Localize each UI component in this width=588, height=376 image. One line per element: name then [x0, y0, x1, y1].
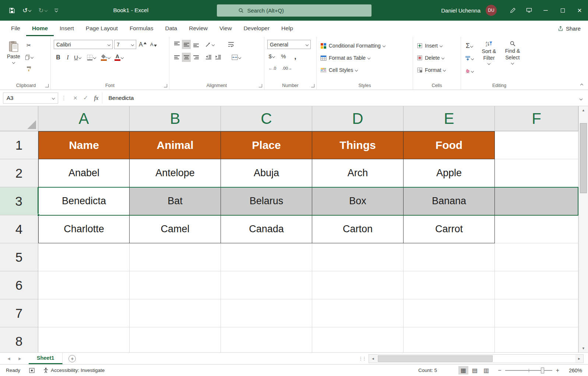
redo-button[interactable]: ↻: [38, 7, 47, 14]
tab-home[interactable]: Home: [26, 21, 54, 36]
cell-B8[interactable]: [130, 327, 221, 352]
cell-A1[interactable]: Name: [38, 131, 130, 159]
format-as-table-button[interactable]: Format as Table: [320, 53, 386, 62]
tab-developer[interactable]: Developer: [237, 21, 275, 36]
user-avatar[interactable]: DU: [486, 5, 497, 16]
cell-F5[interactable]: [495, 243, 578, 271]
increase-font-size-button[interactable]: A: [138, 40, 148, 49]
column-header-F[interactable]: F: [495, 106, 578, 131]
cell-C3[interactable]: Belarus: [221, 187, 312, 215]
borders-button[interactable]: [86, 53, 97, 62]
cell-A5[interactable]: [38, 243, 130, 271]
cell-C2[interactable]: Abuja: [221, 159, 312, 187]
tab-help[interactable]: Help: [275, 21, 299, 36]
macro-record-icon[interactable]: [29, 368, 35, 373]
cell-E8[interactable]: [404, 327, 495, 352]
cell-D4[interactable]: Carton: [312, 215, 404, 243]
customize-quick-access-button[interactable]: [54, 9, 58, 12]
cell-styles-button[interactable]: Cell Styles: [320, 66, 386, 74]
scroll-up-button[interactable]: ▲: [579, 106, 588, 114]
insert-function-button[interactable]: fx: [94, 94, 99, 102]
cut-button[interactable]: ✂: [24, 41, 34, 50]
cell-E3[interactable]: Banana: [404, 187, 495, 215]
cell-D3[interactable]: Box: [312, 187, 404, 215]
cell-B4[interactable]: Camel: [130, 215, 221, 243]
underline-button[interactable]: U: [73, 53, 82, 62]
cell-C4[interactable]: Canada: [221, 215, 312, 243]
save-button[interactable]: [9, 7, 15, 14]
center-button[interactable]: [182, 53, 191, 62]
enter-icon[interactable]: ✓: [83, 94, 88, 101]
cell-F1[interactable]: [495, 131, 578, 159]
tab-splitter-handle[interactable]: ⋮⋮: [358, 353, 366, 364]
cancel-icon[interactable]: ×: [73, 94, 77, 102]
row-header-1[interactable]: 1: [0, 131, 38, 159]
column-header-A[interactable]: A: [38, 106, 130, 131]
row-header-5[interactable]: 5: [0, 243, 38, 271]
zoom-out-button[interactable]: −: [498, 367, 501, 374]
delete-cells-button[interactable]: Delete: [416, 53, 446, 62]
decrease-indent-button[interactable]: [204, 53, 213, 62]
cell-C8[interactable]: [221, 327, 312, 352]
zoom-slider-thumb[interactable]: [541, 368, 544, 373]
increase-indent-button[interactable]: [214, 53, 222, 62]
cell-E5[interactable]: [404, 243, 495, 271]
percent-style-button[interactable]: %: [279, 52, 288, 61]
cell-B2[interactable]: Antelope: [130, 159, 221, 187]
fill-button[interactable]: [464, 54, 475, 63]
clear-button[interactable]: [464, 66, 475, 76]
normal-view-button[interactable]: ▦: [458, 366, 468, 375]
next-sheet-button[interactable]: ►: [18, 356, 22, 361]
cell-F4[interactable]: [495, 215, 578, 243]
cell-C7[interactable]: [221, 299, 312, 327]
cell-C5[interactable]: [221, 243, 312, 271]
select-all-button[interactable]: [0, 106, 38, 131]
bold-button[interactable]: B: [54, 53, 63, 62]
top-align-button[interactable]: [172, 40, 181, 49]
sort-filter-button[interactable]: AZ Sort & Filter: [477, 39, 501, 81]
formula-input[interactable]: Benedicta: [102, 93, 577, 104]
cell-E1[interactable]: Food: [404, 131, 495, 159]
sheet-tab-sheet1[interactable]: Sheet1: [29, 353, 63, 364]
horizontal-scroll-track[interactable]: [377, 355, 575, 363]
cell-D5[interactable]: [312, 243, 404, 271]
zoom-in-button[interactable]: +: [556, 367, 559, 374]
cell-A6[interactable]: [38, 271, 130, 299]
middle-align-button[interactable]: [182, 40, 191, 49]
share-button[interactable]: Share: [558, 21, 581, 36]
cell-F7[interactable]: [495, 299, 578, 327]
insert-cells-button[interactable]: Insert: [416, 41, 446, 50]
autosum-button[interactable]: Σ: [464, 41, 475, 51]
cell-E4[interactable]: Carrot: [404, 215, 495, 243]
column-header-E[interactable]: E: [404, 106, 495, 131]
tab-file[interactable]: File: [5, 21, 26, 36]
row-header-4[interactable]: 4: [0, 215, 38, 243]
increase-decimal-button[interactable]: ←.0: [267, 63, 277, 73]
font-color-button[interactable]: A: [113, 53, 124, 62]
tab-page-layout[interactable]: Page Layout: [80, 21, 124, 36]
align-right-button[interactable]: [191, 53, 200, 62]
cell-C1[interactable]: Place: [221, 131, 312, 159]
cell-F2[interactable]: [495, 159, 578, 187]
copy-button[interactable]: [24, 52, 34, 62]
cell-D1[interactable]: Things: [312, 131, 404, 159]
cell-D2[interactable]: Arch: [312, 159, 404, 187]
format-painter-button[interactable]: [24, 64, 34, 73]
cell-B1[interactable]: Animal: [130, 131, 221, 159]
zoom-slider[interactable]: [505, 370, 552, 371]
column-header-B[interactable]: B: [130, 106, 221, 131]
vertical-scroll-thumb[interactable]: [580, 123, 587, 193]
undo-button[interactable]: ↺: [22, 7, 31, 14]
merge-center-button[interactable]: [230, 53, 242, 62]
column-header-D[interactable]: D: [312, 106, 404, 131]
alignment-dialog-launcher[interactable]: [259, 84, 262, 87]
accounting-format-button[interactable]: $: [267, 52, 276, 61]
name-box[interactable]: A3: [3, 93, 58, 104]
cell-F3[interactable]: [495, 187, 578, 215]
wrap-text-button[interactable]: [226, 40, 235, 49]
accessibility-checker[interactable]: Accessibility: Investigate: [43, 368, 105, 373]
row-header-2[interactable]: 2: [0, 159, 38, 187]
decrease-font-size-button[interactable]: A: [149, 40, 158, 49]
previous-sheet-button[interactable]: ◄: [7, 356, 11, 361]
ink-button[interactable]: [505, 0, 521, 21]
